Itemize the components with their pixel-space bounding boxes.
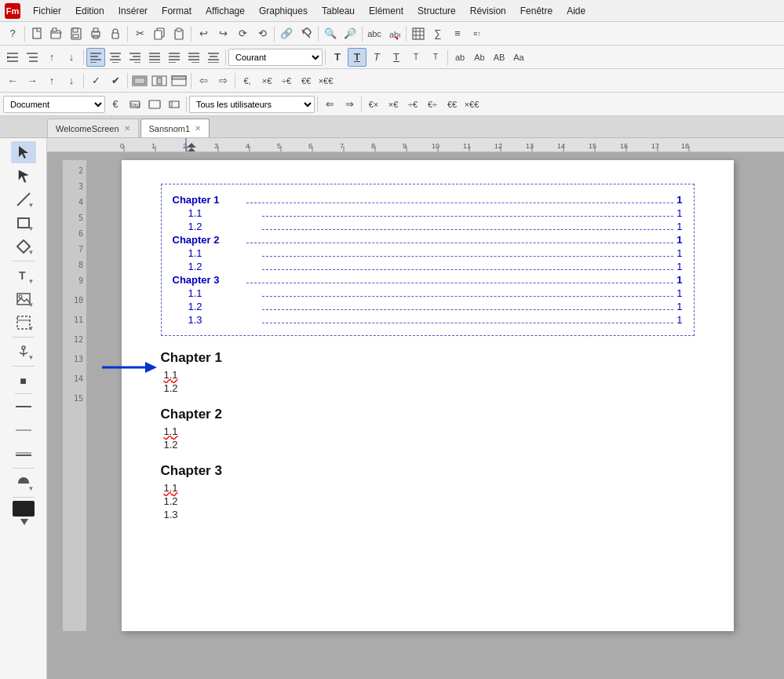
cross4-button[interactable]: €÷ bbox=[423, 95, 442, 114]
text-italic-button[interactable]: T bbox=[367, 48, 386, 67]
align-left-button[interactable] bbox=[86, 48, 105, 67]
align-justify3-button[interactable] bbox=[184, 48, 203, 67]
redo-button[interactable]: ↪ bbox=[213, 24, 232, 43]
menu-fenetre[interactable]: Fenêtre bbox=[514, 3, 559, 19]
tag1-button[interactable]: tag bbox=[126, 95, 144, 114]
undo-button[interactable]: ↩ bbox=[194, 24, 213, 43]
cross3-button[interactable]: ÷€ bbox=[403, 95, 422, 114]
copy-button[interactable] bbox=[150, 24, 169, 43]
arrow-tool[interactable] bbox=[11, 165, 36, 187]
filter3-button[interactable] bbox=[170, 71, 188, 90]
anchor-tool[interactable]: ▼ bbox=[11, 341, 36, 363]
text-AB-button[interactable]: AB bbox=[490, 48, 509, 67]
diamond-tool[interactable]: ▼ bbox=[11, 235, 36, 257]
hline3-tool[interactable] bbox=[11, 443, 36, 465]
menu-graphiques[interactable]: Graphiques bbox=[253, 3, 314, 19]
hline1-tool[interactable] bbox=[11, 396, 36, 418]
refresh1-button[interactable]: ⟳ bbox=[233, 24, 252, 43]
nav-next-button[interactable]: ⇒ bbox=[340, 95, 359, 114]
zoom-out-button[interactable]: 🔎 bbox=[341, 24, 359, 43]
text-tool[interactable]: T ▼ bbox=[11, 265, 36, 287]
tab-welcomescreen[interactable]: WelcomeScreen ✕ bbox=[47, 119, 139, 137]
help-button[interactable]: ? bbox=[3, 24, 22, 43]
para-down-button[interactable]: ↓ bbox=[62, 48, 81, 67]
unlink-button[interactable] bbox=[297, 24, 315, 43]
indent-inc-button[interactable] bbox=[23, 48, 42, 67]
cross1-button[interactable]: €× bbox=[364, 95, 383, 114]
text-sup-button[interactable]: T bbox=[407, 48, 425, 67]
frame-tool[interactable]: ▼ bbox=[11, 312, 36, 334]
paste-button[interactable] bbox=[170, 24, 188, 43]
currency-button[interactable]: € bbox=[106, 95, 125, 114]
save-button[interactable] bbox=[67, 24, 86, 43]
print-button[interactable] bbox=[86, 24, 105, 43]
text-Ab-button[interactable]: Ab bbox=[470, 48, 489, 67]
currency2-button[interactable]: ×€ bbox=[257, 71, 276, 90]
doc-scroll[interactable]: 2 3 4 5 6 7 8 9 10 11 12 13 14 15 bbox=[47, 152, 784, 679]
lock-button[interactable] bbox=[106, 24, 125, 43]
link-button[interactable]: 🔗 bbox=[277, 24, 296, 43]
hline2-tool[interactable] bbox=[11, 419, 36, 441]
users-select[interactable]: Tous les utilisateurs bbox=[189, 96, 315, 113]
black-rect-tool[interactable] bbox=[13, 501, 35, 517]
black-rect-expand[interactable] bbox=[20, 518, 28, 526]
extra1-button[interactable]: ⇦ bbox=[194, 71, 213, 90]
text-bold-button[interactable]: T bbox=[348, 48, 366, 67]
open-button[interactable] bbox=[47, 24, 66, 43]
align-center-button[interactable] bbox=[106, 48, 125, 67]
align-justify-button[interactable] bbox=[145, 48, 164, 67]
indent-left-button[interactable]: ← bbox=[3, 71, 22, 90]
text-Aa-button[interactable]: Aa bbox=[509, 48, 528, 67]
cross6-button[interactable]: ×€€ bbox=[462, 95, 481, 114]
text-sub-button[interactable]: T bbox=[426, 48, 445, 67]
align-justify2-button[interactable] bbox=[165, 48, 184, 67]
refresh2-button[interactable]: ⟲ bbox=[253, 24, 272, 43]
rect-tool[interactable]: ▼ bbox=[11, 212, 36, 234]
extra2-button[interactable]: ⇨ bbox=[213, 71, 232, 90]
currency1-button[interactable]: €, bbox=[238, 71, 257, 90]
menu-fichier[interactable]: Fichier bbox=[27, 3, 67, 19]
menu-revision[interactable]: Révision bbox=[464, 3, 512, 19]
filter2-button[interactable] bbox=[150, 71, 169, 90]
currency4-button[interactable]: €€ bbox=[297, 71, 315, 90]
currency5-button[interactable]: ×€€ bbox=[316, 71, 335, 90]
text-ab-button[interactable]: ab bbox=[450, 48, 469, 67]
para-up-button[interactable]: ↑ bbox=[42, 48, 61, 67]
menu-edition[interactable]: Edition bbox=[69, 3, 111, 19]
cross2-button[interactable]: ×€ bbox=[384, 95, 403, 114]
tab-welcomescreen-close[interactable]: ✕ bbox=[124, 124, 130, 133]
currency3-button[interactable]: ÷€ bbox=[277, 71, 296, 90]
spell2-button[interactable]: abc bbox=[385, 24, 403, 43]
list-button[interactable]: ≡ bbox=[448, 24, 467, 43]
new-button[interactable] bbox=[27, 24, 46, 43]
check1-button[interactable]: ✓ bbox=[86, 71, 105, 90]
text-underline-button[interactable]: T bbox=[387, 48, 406, 67]
menu-aide[interactable]: Aide bbox=[560, 3, 592, 19]
paragraph-style-select[interactable]: Courant bbox=[228, 49, 323, 66]
select-tool[interactable] bbox=[11, 141, 36, 163]
image-tool[interactable]: ▼ bbox=[11, 288, 36, 310]
nav-prev-button[interactable]: ⇐ bbox=[320, 95, 339, 114]
cross5-button[interactable]: €€ bbox=[443, 95, 461, 114]
table-button[interactable] bbox=[409, 24, 428, 43]
align-justify4-button[interactable] bbox=[204, 48, 223, 67]
black-square-tool[interactable]: ■ bbox=[11, 370, 36, 392]
menu-affichage[interactable]: Affichage bbox=[199, 3, 251, 19]
menu-structure[interactable]: Structure bbox=[411, 3, 462, 19]
indent-right-button[interactable]: → bbox=[23, 71, 42, 90]
list2-button[interactable]: ≡↑ bbox=[468, 24, 487, 43]
tab-sansnom1-close[interactable]: ✕ bbox=[195, 124, 201, 133]
cut-button[interactable]: ✂ bbox=[130, 24, 149, 43]
spell-button[interactable]: abc bbox=[365, 24, 384, 43]
menu-format[interactable]: Format bbox=[155, 3, 198, 19]
zoom-in-button[interactable]: 🔍 bbox=[321, 24, 340, 43]
doc-type-select[interactable]: Document bbox=[3, 96, 105, 113]
menu-tableau[interactable]: Tableau bbox=[315, 3, 361, 19]
check2-button[interactable]: ✔ bbox=[106, 71, 125, 90]
arrow-up-button[interactable]: ↑ bbox=[42, 71, 61, 90]
arrow-down-button[interactable]: ↓ bbox=[62, 71, 81, 90]
sum-button[interactable]: ∑ bbox=[428, 24, 447, 43]
line-tool[interactable]: ▼ bbox=[11, 188, 36, 210]
tag3-button[interactable] bbox=[165, 95, 184, 114]
menu-element[interactable]: Elément bbox=[363, 3, 410, 19]
